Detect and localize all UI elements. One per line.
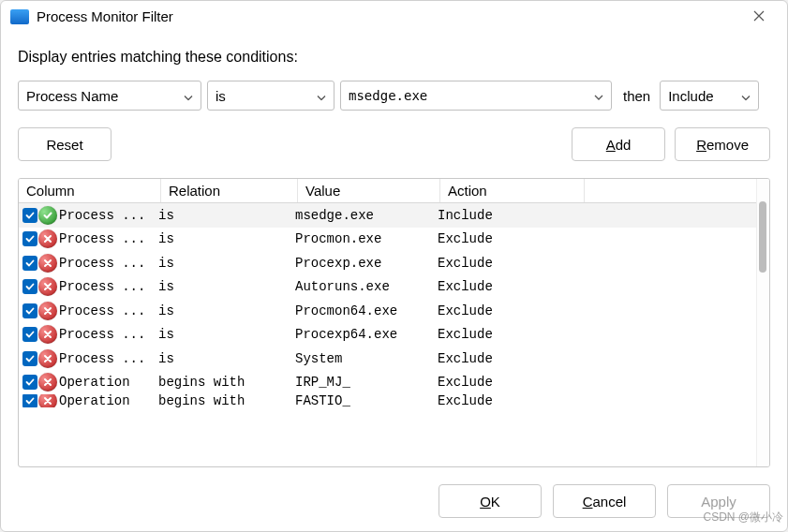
- exclude-icon: [38, 325, 57, 344]
- table-header: Column Relation Value Action: [19, 179, 756, 203]
- exclude-icon: [38, 349, 57, 368]
- row-checkbox[interactable]: [22, 208, 37, 223]
- scrollbar-track[interactable]: [756, 179, 769, 466]
- table-row[interactable]: Process ...isProcexp.exeExclude: [19, 251, 756, 275]
- action-combobox[interactable]: Include: [660, 81, 759, 111]
- table-row[interactable]: Process ...isProcmon.exeExclude: [19, 228, 756, 252]
- header-relation[interactable]: Relation: [161, 179, 298, 202]
- header-value[interactable]: Value: [298, 179, 440, 202]
- cell-action: Exclude: [438, 327, 756, 342]
- header-column[interactable]: Column: [19, 179, 161, 202]
- reset-button[interactable]: Reset: [18, 127, 112, 161]
- close-button[interactable]: [740, 9, 778, 24]
- cell-column: Operation: [59, 375, 158, 390]
- cell-action: Include: [438, 208, 756, 223]
- row-checkbox[interactable]: [22, 279, 37, 294]
- exclude-icon: [38, 254, 57, 273]
- cell-value: Procexp64.exe: [295, 327, 438, 342]
- cell-value: FASTIO_: [295, 394, 438, 407]
- cell-column: Process ...: [59, 256, 158, 271]
- row-checkbox[interactable]: [22, 231, 37, 246]
- cell-value: System: [295, 351, 438, 366]
- exclude-icon: [38, 394, 57, 407]
- cell-column: Process ...: [59, 208, 158, 223]
- cell-action: Exclude: [438, 375, 756, 390]
- relation-combobox[interactable]: is: [207, 81, 335, 111]
- column-combobox[interactable]: Process Name: [18, 81, 201, 111]
- chevron-down-icon: [741, 88, 751, 104]
- cell-value: msedge.exe: [295, 208, 438, 223]
- row-checkbox[interactable]: [22, 375, 37, 390]
- cell-column: Process ...: [59, 303, 158, 318]
- add-button[interactable]: Add: [572, 127, 665, 161]
- watermark: CSDN @微小冷: [703, 510, 783, 525]
- instruction-text: Display entries matching these condition…: [18, 49, 770, 66]
- table-row[interactable]: Operationbegins withFASTIO_Exclude: [19, 394, 756, 407]
- value-combobox[interactable]: msedge.exe: [340, 81, 612, 111]
- cell-relation: is: [158, 231, 295, 246]
- table-row[interactable]: Process ...ismsedge.exeInclude: [19, 203, 756, 228]
- window-title: Process Monitor Filter: [37, 8, 733, 24]
- exclude-icon: [38, 373, 57, 392]
- row-checkbox[interactable]: [22, 394, 37, 407]
- ok-button[interactable]: OK: [439, 484, 542, 518]
- remove-button[interactable]: Remove: [675, 127, 770, 161]
- dialog-body: Display entries matching these condition…: [1, 28, 787, 484]
- footer-buttons: OK Cancel Apply: [1, 484, 787, 531]
- table-scroll: Column Relation Value Action Process ...…: [19, 179, 756, 466]
- cell-relation: is: [158, 256, 295, 271]
- spacer: [121, 127, 562, 161]
- cell-action: Exclude: [438, 303, 756, 318]
- cell-action: Exclude: [438, 351, 756, 366]
- relation-value: is: [216, 88, 226, 104]
- cell-column: Operation: [59, 394, 158, 407]
- cell-value: Procmon.exe: [295, 231, 438, 246]
- cancel-button[interactable]: Cancel: [553, 484, 656, 518]
- cell-relation: is: [158, 279, 295, 294]
- cell-action: Exclude: [438, 394, 756, 407]
- header-spacer: [585, 179, 756, 202]
- cell-action: Exclude: [438, 256, 756, 271]
- row-checkbox[interactable]: [22, 351, 37, 366]
- table-row[interactable]: Process ...isProcexp64.exeExclude: [19, 323, 756, 347]
- app-icon: [10, 9, 29, 24]
- action-value: Include: [668, 88, 713, 104]
- cell-value: IRP_MJ_: [295, 375, 438, 390]
- value-value: msedge.exe: [349, 88, 427, 103]
- titlebar: Process Monitor Filter: [1, 1, 787, 28]
- table-row[interactable]: Process ...isSystemExclude: [19, 347, 756, 371]
- close-icon: [753, 10, 765, 22]
- filter-dialog: Process Monitor Filter Display entries m…: [0, 0, 788, 532]
- chevron-down-icon: [594, 88, 603, 103]
- exclude-icon: [38, 277, 57, 296]
- row-checkbox[interactable]: [22, 303, 37, 318]
- filter-condition-row: Process Name is msedge.exe then Include: [18, 81, 770, 111]
- cell-relation: is: [158, 303, 295, 318]
- cell-value: Autoruns.exe: [295, 279, 438, 294]
- cell-column: Process ...: [59, 351, 158, 366]
- exclude-icon: [38, 229, 57, 248]
- filter-table: Column Relation Value Action Process ...…: [18, 178, 770, 467]
- table-row[interactable]: Process ...isAutoruns.exeExclude: [19, 275, 756, 300]
- table-row[interactable]: Process ...isProcmon64.exeExclude: [19, 299, 756, 323]
- cell-relation: is: [158, 351, 295, 366]
- column-value: Process Name: [26, 88, 118, 104]
- cell-relation: begins with: [158, 394, 295, 407]
- row-checkbox[interactable]: [22, 256, 37, 271]
- table-row[interactable]: Operationbegins withIRP_MJ_Exclude: [19, 371, 756, 395]
- cell-relation: begins with: [158, 375, 295, 390]
- button-row: Reset Add Remove: [18, 127, 770, 161]
- cell-value: Procmon64.exe: [295, 303, 438, 318]
- then-label: then: [623, 88, 650, 104]
- header-action[interactable]: Action: [440, 179, 585, 202]
- table-rows: Process ...ismsedge.exeIncludeProcess ..…: [19, 203, 756, 407]
- include-icon: [38, 206, 57, 225]
- cell-value: Procexp.exe: [295, 256, 438, 271]
- cell-relation: is: [158, 327, 295, 342]
- row-checkbox[interactable]: [22, 327, 37, 342]
- cell-column: Process ...: [59, 327, 158, 342]
- cell-relation: is: [158, 208, 295, 223]
- cell-column: Process ...: [59, 231, 158, 246]
- scrollbar-thumb[interactable]: [759, 201, 766, 273]
- exclude-icon: [38, 302, 57, 320]
